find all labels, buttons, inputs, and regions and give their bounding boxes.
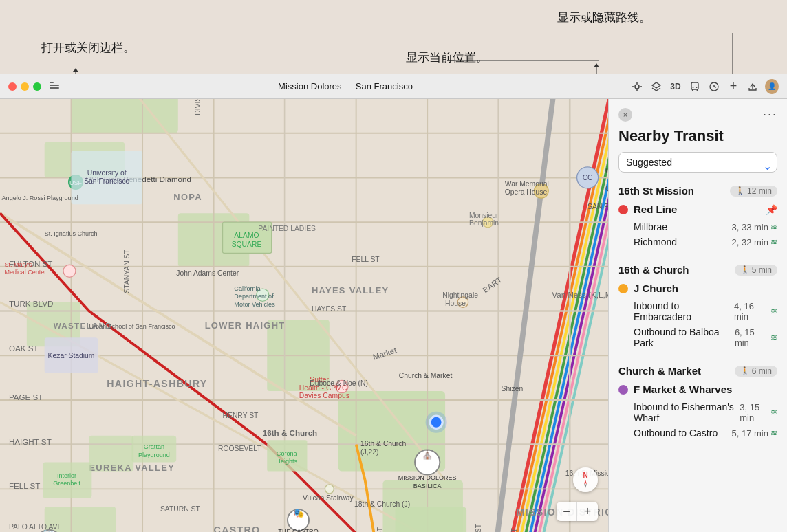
clock-button[interactable] xyxy=(707,80,721,93)
route-time-3: 4, 16 min ≋ xyxy=(734,301,777,322)
route-time-5: 3, 15 min ≋ xyxy=(740,402,777,423)
svg-marker-205 xyxy=(584,484,587,488)
zoom-controls: − + xyxy=(557,502,598,521)
svg-text:Corona: Corona xyxy=(277,450,298,457)
section-title-1: 16th St Mission xyxy=(618,185,694,197)
svg-text:DIVISADERO ST: DIVISADERO ST xyxy=(194,99,202,115)
svg-text:Angelo J. Rossi Playground: Angelo J. Rossi Playground xyxy=(2,195,78,201)
compass-north: N xyxy=(583,472,587,479)
svg-text:Department of: Department of xyxy=(234,293,274,300)
svg-text:University of: University of xyxy=(87,169,127,177)
svg-text:CC: CC xyxy=(583,174,593,181)
nearby-transit-panel: × ··· Nearby Transit Suggested Nearby Fa… xyxy=(608,99,787,532)
route-richmond: Richmond 2, 32 min ≋ xyxy=(609,234,787,250)
svg-text:Monsieur: Monsieur xyxy=(469,212,499,219)
svg-text:LOWER HAIGHT: LOWER HAIGHT xyxy=(205,320,285,331)
transit-line-j[interactable]: J Church xyxy=(609,278,787,298)
sidebar-toggle-button[interactable] xyxy=(50,82,61,91)
svg-text:Shizen: Shizen xyxy=(502,385,524,392)
svg-text:PAINTED LADIES: PAINTED LADIES xyxy=(258,225,316,232)
3d-button[interactable]: 3D xyxy=(669,80,682,93)
zoom-plus-button[interactable]: + xyxy=(577,502,598,521)
annotation-sidebar: 打开或关闭边栏。 xyxy=(41,40,135,56)
window-title: Mission Dolores — San Francisco xyxy=(61,81,630,91)
filter-select-wrapper: Suggested Nearby Favorites ⌄ xyxy=(609,152,787,179)
section-title-3: Church & Market xyxy=(618,365,701,377)
minimize-button[interactable] xyxy=(21,82,29,91)
close-button[interactable] xyxy=(8,82,17,91)
svg-text:John Adams Center: John Adams Center xyxy=(176,269,239,277)
location-button[interactable] xyxy=(630,80,644,93)
route-time-1: 3, 33 min ≋ xyxy=(732,222,777,232)
add-button[interactable]: + xyxy=(726,80,740,93)
toolbar-right: 3D + xyxy=(630,80,779,93)
svg-text:PAGE ST: PAGE ST xyxy=(9,392,43,401)
section-badge-1: 🚶 12 min xyxy=(730,186,777,197)
filter-select[interactable]: Suggested Nearby Favorites xyxy=(618,152,777,173)
svg-point-180 xyxy=(325,485,334,494)
svg-text:OAK ST: OAK ST xyxy=(9,344,39,353)
traffic-lights xyxy=(8,82,41,91)
route-time-4: 6, 15 min ≋ xyxy=(735,327,777,348)
share-button[interactable] xyxy=(746,80,759,93)
route-time-2: 2, 32 min ≋ xyxy=(732,237,777,247)
svg-text:War Memorial: War Memorial xyxy=(505,180,549,188)
pin-icon: 📌 xyxy=(766,204,777,215)
walk-icon-1: 🚶 xyxy=(735,186,745,195)
svg-text:HAIGHT ST: HAIGHT ST xyxy=(9,437,52,446)
section-title-2: 16th & Church xyxy=(618,264,689,276)
f-line-name: F Market & Wharves xyxy=(634,384,777,395)
svg-text:HAIGHT-ASHBURY: HAIGHT-ASHBURY xyxy=(107,378,207,389)
maximize-button[interactable] xyxy=(33,82,41,91)
panel-close-button[interactable]: × xyxy=(618,108,632,122)
svg-text:ALAMO: ALAMO xyxy=(234,232,259,239)
svg-text:Opera House: Opera House xyxy=(505,188,548,196)
svg-text:16th & Church: 16th & Church xyxy=(263,428,317,437)
divider-1 xyxy=(618,254,777,254)
panel-more-button[interactable]: ··· xyxy=(763,107,777,122)
svg-text:⛪: ⛪ xyxy=(422,450,433,461)
svg-text:Benjamin: Benjamin xyxy=(469,219,499,227)
profile-button[interactable]: 👤 xyxy=(765,80,779,93)
svg-text:Church & Market: Church & Market xyxy=(399,372,453,379)
svg-text:Davies Campus: Davies Campus xyxy=(299,392,349,399)
svg-point-9 xyxy=(635,85,639,89)
svg-text:NOPA: NOPA xyxy=(173,192,202,202)
route-dest-6: Outbound to Castro xyxy=(634,428,718,439)
svg-line-21 xyxy=(714,87,716,87)
svg-text:BASILICA: BASILICA xyxy=(413,483,442,489)
svg-text:CHURCH ST: CHURCH ST xyxy=(376,527,384,532)
svg-text:HAYES ST: HAYES ST xyxy=(312,305,347,313)
walk-icon-3: 🚶 xyxy=(740,366,750,375)
section-16th-st-mission: 16th St Mission 🚶 12 min xyxy=(609,179,787,199)
realtime-icon-5: ≋ xyxy=(770,408,777,417)
svg-line-18 xyxy=(697,89,698,91)
route-time-6: 5, 17 min ≋ xyxy=(732,428,777,439)
svg-point-171 xyxy=(63,265,76,277)
svg-text:STANYAN ST: STANYAN ST xyxy=(123,250,131,293)
annotation-location: 显示当前位置。 xyxy=(406,49,488,65)
section-16th-church: 16th & Church 🚶 5 min xyxy=(609,258,787,278)
transit-line-f[interactable]: F Market & Wharves xyxy=(609,379,787,399)
svg-text:SQUARE: SQUARE xyxy=(232,241,262,248)
layers-button[interactable] xyxy=(649,80,663,93)
svg-text:TURK BLVD: TURK BLVD xyxy=(9,299,53,308)
route-dest-4: Outbound to Balboa Park xyxy=(634,326,735,348)
svg-text:ROOSEVELT: ROOSEVELT xyxy=(218,445,261,452)
transit-button[interactable] xyxy=(688,80,702,93)
svg-point-16 xyxy=(696,87,698,88)
section-badge-3: 🚶 6 min xyxy=(735,366,777,377)
svg-text:Grattan: Grattan xyxy=(144,443,164,450)
transit-line-red[interactable]: Red Line 📌 xyxy=(609,199,787,219)
section-church-market: Church & Market 🚶 6 min xyxy=(609,359,787,379)
svg-text:House: House xyxy=(445,300,466,307)
zoom-minus-button[interactable]: − xyxy=(557,502,577,521)
svg-marker-204 xyxy=(584,480,587,484)
divider-2 xyxy=(618,355,777,355)
svg-text:18th & Church (J): 18th & Church (J) xyxy=(354,500,410,508)
svg-text:SATURN ST: SATURN ST xyxy=(160,505,201,513)
svg-text:16th & Church: 16th & Church xyxy=(360,440,406,447)
red-line-dot xyxy=(618,205,628,214)
svg-text:PALO ALTO AVE: PALO ALTO AVE xyxy=(9,523,63,531)
svg-text:MISSION DOLORES: MISSION DOLORES xyxy=(398,474,457,481)
